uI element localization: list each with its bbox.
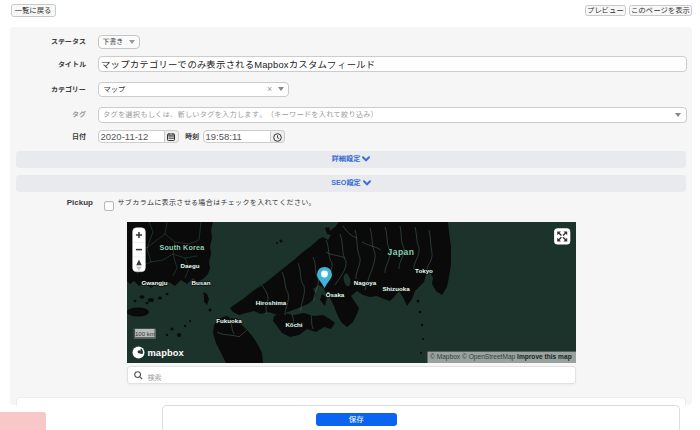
svg-text:South Korea: South Korea [160,243,206,252]
svg-text:© Mapbox © OpenStreetMap Impro: © Mapbox © OpenStreetMap Improve this ma… [430,353,572,361]
svg-text:Tokyo: Tokyo [415,267,433,274]
svg-text:mapbox: mapbox [148,348,185,358]
svg-text:Gwangju: Gwangju [141,279,167,286]
svg-text:Hiroshima: Hiroshima [256,299,287,306]
svg-text:Japan: Japan [387,247,414,257]
svg-text:Daegu: Daegu [181,262,200,269]
svg-text:Nagoya: Nagoya [354,279,377,286]
svg-text:Shizuoka: Shizuoka [382,285,410,292]
svg-text:Fukuoka: Fukuoka [216,317,242,324]
svg-text:100 km: 100 km [135,331,155,337]
svg-text:Ōsaka: Ōsaka [326,291,345,298]
svg-text:Kōchi: Kōchi [285,321,302,328]
svg-text:Busan: Busan [192,279,211,286]
